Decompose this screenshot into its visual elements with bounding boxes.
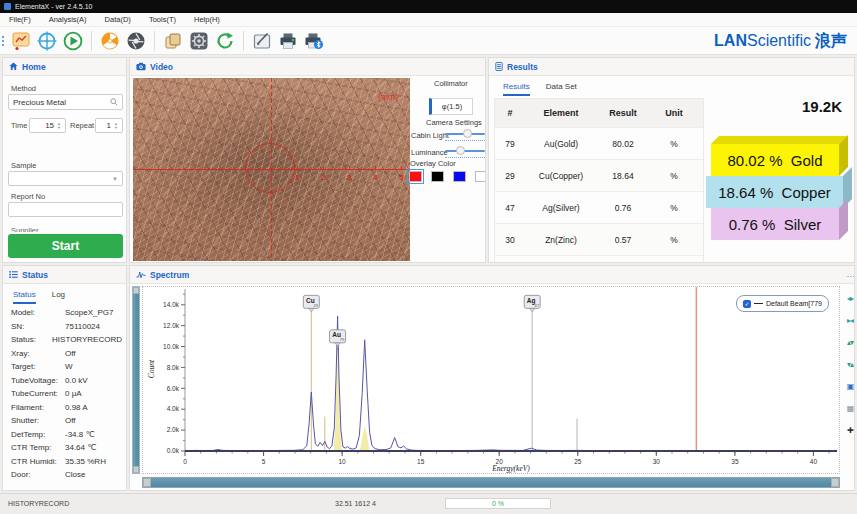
status-row-value: 0 μA: [65, 389, 122, 398]
target-icon[interactable]: [35, 29, 59, 53]
tab-status[interactable]: Status: [13, 290, 36, 304]
overlay-color-swatch[interactable]: [431, 171, 444, 182]
tab-results[interactable]: Results: [503, 82, 530, 96]
menu-item-tools[interactable]: Tools(T): [140, 15, 185, 24]
search-icon[interactable]: [110, 98, 118, 106]
repeat-spin-arrows-icon[interactable]: ▲▼: [114, 122, 118, 129]
luminance-ticks: [445, 157, 485, 158]
results-header-cell: Result: [597, 108, 649, 118]
fit-screen-icon[interactable]: ✚: [847, 426, 853, 435]
spectrum-horizontal-scrollbar[interactable]: [142, 477, 840, 488]
zoom-region-icon[interactable]: ▣: [847, 382, 854, 391]
time-spin-arrows-icon[interactable]: ▲▼: [57, 122, 61, 129]
menu-item-file[interactable]: File(F): [0, 15, 40, 24]
refresh-icon[interactable]: [213, 29, 237, 53]
spectrum-chart: 0.0k2.0k4.0k6.0k8.0k10.0k12.0k14.0k05101…: [143, 287, 841, 475]
start-run-icon[interactable]: [61, 29, 85, 53]
status-row-label: CTR Humidi:: [11, 457, 65, 466]
results-table-row[interactable]: 30Zn(Zinc)0.57%: [495, 224, 703, 256]
report-icon[interactable]: [9, 29, 33, 53]
vscroll-bottom-cap[interactable]: [133, 466, 139, 473]
camera-icon: [136, 62, 146, 71]
status-row-label: TubeVoltage:: [11, 376, 65, 385]
status-row-value: 0.98 A: [65, 403, 122, 412]
ruler-tick: [323, 166, 324, 169]
grid-icon[interactable]: ▦: [847, 404, 854, 413]
spectrum-wave-icon: [136, 270, 146, 279]
radiation-icon[interactable]: [98, 29, 122, 53]
luminance-thumb[interactable]: [456, 146, 465, 155]
status-row-label: SN:: [11, 322, 65, 331]
svg-text:79: 79: [340, 337, 345, 342]
vscroll-top-cap[interactable]: [133, 287, 139, 294]
hscroll-left-cap[interactable]: [143, 478, 151, 487]
sample-dropdown[interactable]: ▼: [8, 171, 123, 186]
cabin-light-slider[interactable]: [445, 129, 485, 139]
legend-line-sample: [754, 303, 763, 304]
svg-text:0: 0: [183, 458, 187, 465]
chevron-down-icon[interactable]: ▼: [112, 176, 118, 182]
spectrum-plot[interactable]: 0.0k2.0k4.0k6.0k8.0k10.0k12.0k14.0k05101…: [142, 286, 840, 474]
menu-item-analysis[interactable]: Analysis(A): [40, 15, 96, 24]
status-row: Model:ScopeX_PG7: [11, 306, 122, 320]
camera-view[interactable]: (mm) 12345: [133, 78, 410, 261]
svg-text:Energy(keV): Energy(keV): [491, 464, 530, 473]
time-stepper[interactable]: 15 ▲▼: [29, 118, 66, 133]
svg-text:6.0k: 6.0k: [167, 385, 180, 392]
spectrum-vertical-scrollbar[interactable]: [132, 286, 140, 474]
report-no-input[interactable]: [8, 202, 123, 217]
expand-horizontal-icon[interactable]: ◂▸: [847, 294, 853, 303]
status-row-label: TubeCurrent:: [11, 389, 65, 398]
app-icon: [4, 3, 11, 10]
edit-icon[interactable]: [250, 29, 274, 53]
settings-icon[interactable]: [187, 29, 211, 53]
overlay-color-swatch[interactable]: [409, 171, 422, 182]
collapse-horizontal-icon[interactable]: ▸◂: [847, 316, 853, 325]
more-options-icon[interactable]: ⋯: [847, 272, 854, 281]
status-row: CTR Temp:34.64 ℃: [11, 441, 122, 455]
ruler-unit-label: (mm): [378, 92, 398, 102]
copy-icon[interactable]: [161, 29, 185, 53]
status-row: Door:Close: [11, 468, 122, 482]
ruler-number: 3: [347, 173, 351, 182]
method-input[interactable]: Precious Metal: [8, 94, 123, 110]
results-cell: 0.76: [597, 203, 649, 213]
results-table-row[interactable]: 29Cu(Copper)18.64%: [495, 160, 703, 192]
tab-data-set[interactable]: Data Set: [546, 82, 577, 96]
results-panel: Results Results Data Set #ElementResultU…: [488, 57, 855, 263]
results-cell: 0.57: [597, 235, 649, 245]
app-window: ElementaX - ver 2.4.5.10 File(F)Analysis…: [0, 0, 857, 514]
status-row: CTR Humidi:35.35 %RH: [11, 455, 122, 469]
status-row-label: Filament:: [11, 403, 65, 412]
results-tabs: Results Data Set: [503, 82, 577, 96]
print-icon[interactable]: [276, 29, 300, 53]
composition-block-text: 0.76 % Silver: [729, 216, 822, 233]
menu-item-help[interactable]: Help(H): [185, 15, 229, 24]
overlay-color-swatch[interactable]: [475, 171, 486, 182]
results-table-row[interactable]: 24r(Chromiun0.00%: [495, 256, 703, 263]
cabin-light-thumb[interactable]: [463, 129, 472, 138]
collapse-vertical-icon[interactable]: ▾▴: [847, 360, 853, 369]
bluetooth-print-icon[interactable]: [302, 29, 326, 53]
hscroll-right-cap[interactable]: [831, 478, 839, 487]
results-table-row[interactable]: 79Au(Gold)80.02%: [495, 128, 703, 160]
overlay-color-label: Overlay Color: [410, 159, 456, 168]
results-cell: 79: [495, 139, 525, 149]
results-table-row[interactable]: 47Ag(Silver)0.76%: [495, 192, 703, 224]
legend-checkbox-icon[interactable]: ✓: [743, 300, 751, 308]
composition-block-text: 80.02 % Gold: [727, 152, 822, 169]
overlay-color-swatch[interactable]: [453, 171, 466, 182]
status-row-label: DetTemp:: [11, 430, 65, 439]
spectrum-legend[interactable]: ✓ Default Beam[779: [736, 295, 829, 312]
status-rows: Model:ScopeX_PG7SN:75110024Status:HISTOR…: [11, 306, 122, 490]
shutter-icon[interactable]: [124, 29, 148, 53]
expand-vertical-icon[interactable]: ▴▾: [847, 338, 853, 347]
collimator-selector[interactable]: φ(1.5): [429, 98, 473, 115]
menu-item-data[interactable]: Data(D): [96, 15, 140, 24]
status-row-value: 75110024: [65, 322, 122, 331]
tab-log[interactable]: Log: [52, 290, 65, 304]
toolbar-grip-icon[interactable]: [2, 36, 4, 46]
repeat-stepper[interactable]: 1 ▲▼: [95, 118, 123, 133]
luminance-slider[interactable]: [445, 146, 485, 156]
start-button[interactable]: Start: [8, 234, 123, 258]
